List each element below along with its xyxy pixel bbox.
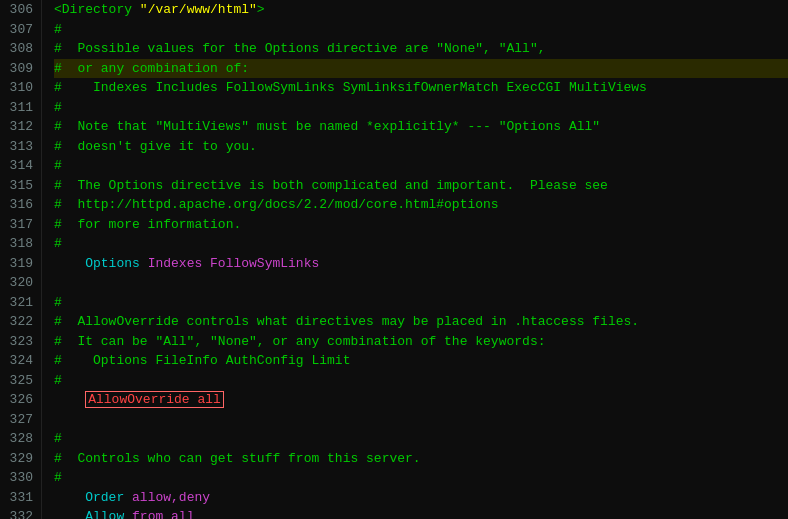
code-line-311: # [54, 98, 788, 118]
code-line-325: # [54, 371, 788, 391]
code-text-area: <Directory "/var/www/html"> # # Possible… [42, 0, 788, 519]
code-line-310: # Indexes Includes FollowSymLinks SymLin… [54, 78, 788, 98]
code-line-319: Options Indexes FollowSymLinks [54, 254, 788, 274]
code-line-308: # Possible values for the Options direct… [54, 39, 788, 59]
code-line-328: # [54, 429, 788, 449]
line-number-gutter: 306 307 308 309 310 311 312 313 314 315 … [0, 0, 42, 519]
code-line-323: # It can be "All", "None", or any combin… [54, 332, 788, 352]
code-line-329: # Controls who can get stuff from this s… [54, 449, 788, 469]
code-line-330: # [54, 468, 788, 488]
code-line-306: <Directory "/var/www/html"> [54, 0, 788, 20]
code-editor: 306 307 308 309 310 311 312 313 314 315 … [0, 0, 788, 519]
code-line-318: # [54, 234, 788, 254]
code-line-315: # The Options directive is both complica… [54, 176, 788, 196]
code-line-331: Order allow,deny [54, 488, 788, 508]
code-line-309: # or any combination of: [54, 59, 788, 79]
code-line-327 [54, 410, 788, 430]
code-line-322: # AllowOverride controls what directives… [54, 312, 788, 332]
code-line-312: # Note that "MultiViews" must be named *… [54, 117, 788, 137]
code-line-313: # doesn't give it to you. [54, 137, 788, 157]
code-line-321: # [54, 293, 788, 313]
code-line-320 [54, 273, 788, 293]
code-line-332: Allow from all [54, 507, 788, 519]
code-line-316: # http://httpd.apache.org/docs/2.2/mod/c… [54, 195, 788, 215]
code-line-326: AllowOverride all [54, 390, 788, 410]
code-line-317: # for more information. [54, 215, 788, 235]
code-line-307: # [54, 20, 788, 40]
code-line-314: # [54, 156, 788, 176]
code-line-324: # Options FileInfo AuthConfig Limit [54, 351, 788, 371]
